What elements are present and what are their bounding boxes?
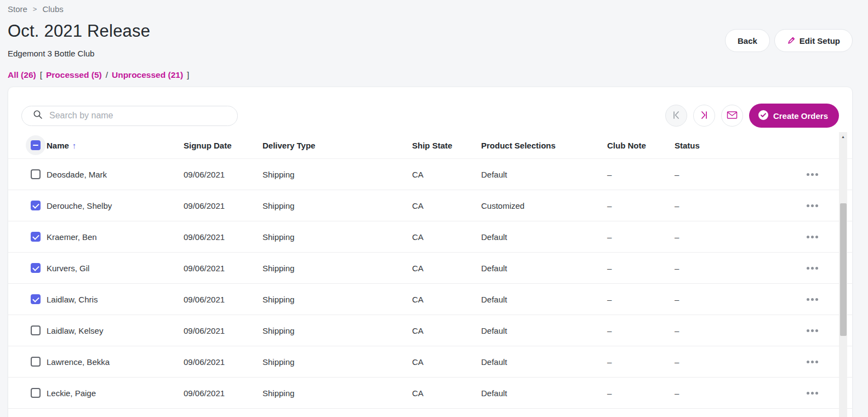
row-menu-button[interactable] [806, 295, 819, 304]
cell-name: Kraemer, Ben [47, 232, 184, 242]
row-checkbox[interactable] [31, 201, 41, 210]
cell-name: Kurvers, Gil [47, 264, 184, 273]
cell-product-selections: Default [481, 357, 607, 367]
cell-club-note: – [607, 357, 675, 367]
edit-setup-button[interactable]: Edit Setup [774, 29, 853, 52]
row-menu-button[interactable] [806, 326, 819, 335]
header-status[interactable]: Status [675, 141, 757, 150]
cell-delivery-type: Shipping [262, 201, 412, 210]
cell-name: Deosdade, Mark [47, 170, 184, 179]
last-page-button[interactable] [693, 105, 715, 127]
row-checkbox[interactable] [31, 169, 41, 179]
breadcrumb-store[interactable]: Store [8, 4, 27, 14]
search-input[interactable] [49, 111, 230, 121]
select-all-halo [26, 135, 45, 155]
cell-name: Leckie, Paige [47, 389, 184, 398]
table-header-row: Name ↑ Signup Date Delivery Type Ship St… [8, 132, 852, 159]
cell-name: Laidlaw, Kelsey [47, 326, 184, 335]
back-button[interactable]: Back [725, 29, 770, 52]
row-menu-button[interactable] [806, 232, 819, 242]
toolbar-actions: Create Orders [665, 104, 839, 128]
cell-club-note: – [607, 295, 675, 304]
skip-to-last-icon [699, 110, 709, 122]
back-button-label: Back [738, 36, 757, 45]
row-menu-button[interactable] [806, 357, 819, 367]
card-toolbar: Create Orders [8, 87, 852, 132]
cell-delivery-type: Shipping [262, 357, 412, 367]
cell-ship-state: CA [412, 326, 481, 335]
check-circle-icon [758, 110, 769, 122]
cell-club-note: – [607, 232, 675, 242]
header-delivery-type[interactable]: Delivery Type [262, 141, 412, 150]
members-table: Name ↑ Signup Date Delivery Type Ship St… [8, 132, 852, 409]
create-orders-button[interactable]: Create Orders [749, 104, 839, 128]
cell-club-note: – [607, 264, 675, 273]
cell-delivery-type: Shipping [262, 232, 412, 242]
cell-status: – [675, 326, 757, 335]
select-all-checkbox[interactable] [31, 140, 41, 150]
header-club-note[interactable]: Club Note [607, 141, 675, 150]
table-row: Lawrence, Bekka 09/06/2021 Shipping CA D… [8, 346, 852, 378]
breadcrumb-clubs[interactable]: Clubs [42, 4, 63, 14]
filter-all[interactable]: All (26) [8, 70, 36, 80]
row-menu-button[interactable] [806, 201, 819, 210]
filter-bracket-open: [ [40, 70, 42, 80]
cell-club-note: – [607, 201, 675, 210]
cell-ship-state: CA [412, 232, 481, 242]
envelope-icon [727, 111, 738, 121]
cell-delivery-type: Shipping [262, 295, 412, 304]
sort-ascending-icon[interactable]: ↑ [72, 141, 77, 150]
table-row: Laidlaw, Chris 09/06/2021 Shipping CA De… [8, 284, 852, 315]
header-product-selections[interactable]: Product Selections [481, 141, 607, 150]
header-ship-state[interactable]: Ship State [412, 141, 481, 150]
table-row: Deosdade, Mark 09/06/2021 Shipping CA De… [8, 159, 852, 190]
create-orders-label: Create Orders [773, 111, 828, 121]
table-row: Kurvers, Gil 09/06/2021 Shipping CA Defa… [8, 253, 852, 284]
cell-ship-state: CA [412, 264, 481, 273]
cell-name: Lawrence, Bekka [47, 357, 184, 367]
cell-product-selections: Customized [481, 201, 607, 210]
cell-status: – [675, 232, 757, 242]
cell-delivery-type: Shipping [262, 170, 412, 179]
row-checkbox[interactable] [31, 388, 41, 398]
filter-processed[interactable]: Processed (5) [46, 70, 102, 80]
cell-delivery-type: Shipping [262, 326, 412, 335]
table-row: Leckie, Paige 09/06/2021 Shipping CA Def… [8, 378, 852, 409]
row-checkbox[interactable] [31, 325, 41, 335]
first-page-button[interactable] [665, 105, 687, 127]
cell-delivery-type: Shipping [262, 389, 412, 398]
header-signup-date[interactable]: Signup Date [184, 141, 262, 150]
skip-to-first-icon [671, 110, 681, 122]
scroll-up-arrow[interactable]: ▲ [839, 132, 847, 141]
row-checkbox[interactable] [31, 263, 41, 273]
cell-status: – [675, 170, 757, 179]
scrollbar-thumb[interactable] [840, 203, 847, 336]
cell-ship-state: CA [412, 295, 481, 304]
cell-ship-state: CA [412, 170, 481, 179]
vertical-scrollbar[interactable]: ▲ [839, 132, 847, 417]
row-checkbox[interactable] [31, 294, 41, 304]
filter-bracket-close: ] [187, 70, 189, 80]
row-menu-button[interactable] [806, 170, 819, 179]
row-checkbox[interactable] [31, 357, 41, 367]
row-menu-button[interactable] [806, 264, 819, 273]
header-name[interactable]: Name ↑ [47, 141, 184, 150]
email-button[interactable] [721, 105, 743, 127]
filter-unprocessed[interactable]: Unprocessed (21) [112, 70, 183, 80]
cell-signup-date: 09/06/2021 [184, 295, 262, 304]
cell-delivery-type: Shipping [262, 264, 412, 273]
cell-signup-date: 09/06/2021 [184, 232, 262, 242]
page: Store > Clubs Oct. 2021 Release Edgemont… [0, 0, 868, 417]
cell-status: – [675, 201, 757, 210]
cell-product-selections: Default [481, 232, 607, 242]
cell-signup-date: 09/06/2021 [184, 170, 262, 179]
cell-club-note: – [607, 389, 675, 398]
cell-status: – [675, 295, 757, 304]
search-box[interactable] [21, 106, 238, 126]
row-menu-button[interactable] [806, 389, 819, 398]
search-icon [33, 110, 43, 122]
cell-product-selections: Default [481, 264, 607, 273]
row-checkbox[interactable] [31, 232, 41, 242]
table-row: Derouche, Shelby 09/06/2021 Shipping CA … [8, 190, 852, 221]
cell-signup-date: 09/06/2021 [184, 264, 262, 273]
